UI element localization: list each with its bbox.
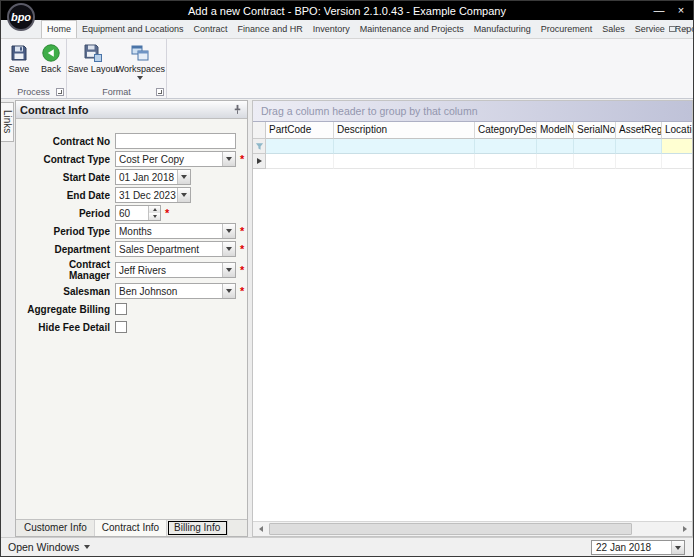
column-header-assetregno[interactable]: AssetRegNo: [616, 122, 662, 139]
filter-cell-location[interactable]: [662, 139, 692, 154]
salesman-dropdown-button[interactable]: [222, 284, 235, 298]
tab-billing-info[interactable]: Billing Info: [167, 520, 228, 536]
end-date-label: End Date: [16, 190, 110, 201]
period-type-dropdown[interactable]: Months: [115, 223, 236, 239]
required-asterisk: *: [240, 264, 244, 276]
contract-manager-dropdown-button[interactable]: [222, 263, 235, 277]
groupby-hint: Drag a column header to group by that co…: [261, 105, 478, 117]
ribbon-tab-sales[interactable]: Sales: [597, 20, 630, 38]
end-date-dropdown-button[interactable]: [177, 188, 190, 202]
period-spin-down-button[interactable]: [149, 213, 160, 220]
end-date-dropdown[interactable]: 31 Dec 2023: [115, 187, 191, 203]
ribbon-close-icon[interactable]: ×: [683, 23, 688, 35]
back-button[interactable]: Back: [36, 42, 66, 75]
column-header-modelno[interactable]: ModelNo: [537, 122, 574, 139]
required-asterisk: *: [240, 225, 244, 237]
minimize-icon[interactable]: —: [653, 1, 665, 20]
salesman-label: Salesman: [16, 286, 110, 297]
process-dialog-launcher-icon[interactable]: [56, 88, 64, 96]
start-date-dropdown[interactable]: 01 Jan 2018: [115, 169, 191, 185]
department-dropdown-button[interactable]: [222, 242, 235, 256]
salesman-dropdown[interactable]: Ben Johnson: [115, 283, 236, 299]
aggregate-billing-checkbox[interactable]: [115, 303, 127, 315]
column-header-serialno[interactable]: SerialNo: [574, 122, 616, 139]
cell-description[interactable]: [334, 154, 475, 169]
column-header-description[interactable]: Description: [334, 122, 475, 139]
pin-icon[interactable]: [231, 104, 243, 116]
status-date-picker[interactable]: 22 Jan 2018: [591, 540, 685, 555]
filter-cell-categorydesc[interactable]: [475, 139, 537, 154]
save-layout-button[interactable]: Save Layout: [70, 42, 116, 75]
period-value: 60: [116, 206, 148, 220]
scroll-left-icon[interactable]: [253, 522, 268, 536]
contract-info-panel: Contract Info Contract No Contract Type …: [15, 100, 248, 537]
close-icon[interactable]: ×: [675, 1, 687, 20]
ribbon-tab-equipment-and-locations[interactable]: Equipment and Locations: [77, 20, 189, 38]
save-button[interactable]: Save: [4, 42, 34, 75]
window-title: Add a new Contract - BPO: Version 2.1.0.…: [188, 5, 506, 17]
grid-filter-row: [253, 139, 692, 154]
links-autohide-tab[interactable]: Links: [1, 102, 14, 142]
contract-type-dropdown[interactable]: Cost Per Copy: [115, 151, 236, 167]
end-date-value: 31 Dec 2023: [116, 188, 177, 202]
statusbar: Open Windows 22 Jan 2018: [1, 537, 693, 556]
period-type-dropdown-button[interactable]: [222, 224, 235, 238]
ribbon-tab-finance-and-hr[interactable]: Finance and HR: [233, 20, 308, 38]
ribbon-tab-contract[interactable]: Contract: [189, 20, 233, 38]
panel-title: Contract Info: [20, 104, 231, 116]
field-row-contract-no: Contract No: [16, 133, 247, 149]
field-row-aggregate-billing: Aggregate Billing: [16, 301, 247, 317]
column-header-partcode[interactable]: PartCode: [266, 122, 334, 139]
restore-icon[interactable]: [669, 26, 676, 32]
field-row-start-date: Start Date 01 Jan 2018: [16, 169, 247, 185]
salesman-value: Ben Johnson: [116, 284, 222, 298]
grid-horizontal-scrollbar[interactable]: [253, 521, 692, 536]
ribbon-minimize-icon[interactable]: –: [657, 23, 662, 35]
department-dropdown[interactable]: Sales Department: [115, 241, 236, 257]
back-button-label: Back: [41, 64, 61, 74]
ribbon-tab-inventory[interactable]: Inventory: [308, 20, 355, 38]
cell-modelno[interactable]: [537, 154, 574, 169]
status-date-value: 22 Jan 2018: [592, 541, 671, 554]
scrollbar-thumb[interactable]: [269, 523, 632, 535]
grid-new-row[interactable]: [253, 154, 692, 169]
period-spinner[interactable]: 60: [115, 205, 161, 221]
tab-contract-info[interactable]: Contract Info: [95, 520, 167, 536]
row-indicator-cell: [253, 154, 266, 169]
hide-fee-detail-checkbox[interactable]: [115, 321, 127, 333]
status-date-dropdown-button[interactable]: [671, 541, 684, 554]
cell-serialno[interactable]: [574, 154, 616, 169]
start-date-dropdown-button[interactable]: [177, 170, 190, 184]
cell-location[interactable]: [662, 154, 692, 169]
contract-no-input[interactable]: [115, 133, 236, 149]
contract-manager-dropdown[interactable]: Jeff Rivers: [115, 262, 236, 278]
tab-customer-info[interactable]: Customer Info: [17, 520, 95, 536]
ribbon-tab-maintenance-and-projects[interactable]: Maintenance and Projects: [355, 20, 469, 38]
scroll-right-icon[interactable]: [677, 522, 692, 536]
ribbon-tab-procurement[interactable]: Procurement: [536, 20, 598, 38]
filter-cell-assetregno[interactable]: [616, 139, 662, 154]
grid-groupby-area[interactable]: Drag a column header to group by that co…: [253, 101, 692, 122]
column-header-location[interactable]: Location: [662, 122, 692, 139]
open-windows-menu[interactable]: Open Windows: [8, 541, 90, 553]
ribbon-tab-manufacturing[interactable]: Manufacturing: [469, 20, 536, 38]
ribbon-tab-home[interactable]: Home: [41, 20, 77, 38]
period-spin-up-button[interactable]: [149, 206, 160, 213]
filter-cell-partcode[interactable]: [266, 139, 334, 154]
workspaces-button[interactable]: Workspaces: [118, 42, 163, 81]
filter-cell-modelno[interactable]: [537, 139, 574, 154]
contract-type-dropdown-button[interactable]: [222, 152, 235, 166]
cell-partcode[interactable]: [266, 154, 334, 169]
cell-assetregno[interactable]: [616, 154, 662, 169]
cell-categorydesc[interactable]: [475, 154, 537, 169]
filter-cell-description[interactable]: [334, 139, 475, 154]
filter-cell-serialno[interactable]: [574, 139, 616, 154]
format-caption-label: Format: [102, 87, 131, 97]
titlebar: bpo Add a new Contract - BPO: Version 2.…: [1, 1, 693, 20]
column-header-categorydesc[interactable]: CategoryDesc: [475, 122, 537, 139]
row-indicator-icon: [257, 158, 262, 164]
ribbon-group-format: Save Layout Workspaces Format: [67, 39, 167, 98]
format-dialog-launcher-icon[interactable]: [156, 88, 164, 96]
ribbon-group-caption-process: Process: [1, 85, 66, 98]
ribbon-group-process: Save Back Process: [1, 39, 67, 98]
